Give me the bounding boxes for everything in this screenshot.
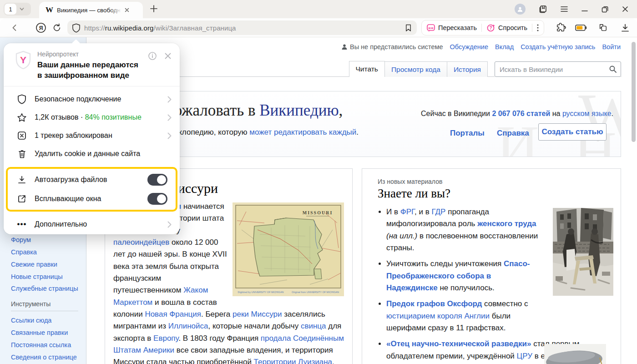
- popup-brand: Нейропротект: [37, 51, 79, 58]
- retell-quote-icon: ««: [426, 23, 435, 32]
- ai-more-icon[interactable]: [532, 20, 543, 35]
- wiki-link[interactable]: ГДР: [432, 207, 446, 216]
- close-popup-icon[interactable]: [163, 51, 172, 61]
- text-segment: ,: [339, 101, 343, 119]
- new-tab-button[interactable]: [149, 4, 158, 13]
- wiki-link[interactable]: Предок графов Оксфорд: [386, 299, 482, 308]
- dyk-photo-airship[interactable]: [544, 344, 606, 364]
- personal-link[interactable]: Вклад: [495, 43, 514, 51]
- tab-close-icon[interactable]: [124, 7, 130, 13]
- tab-view-source[interactable]: Просмотр кода: [384, 61, 447, 77]
- scrollbar-thumb[interactable]: [632, 42, 636, 142]
- wiki-link[interactable]: Новая Франция: [145, 310, 201, 318]
- tab-read[interactable]: Читать: [349, 61, 385, 77]
- missouri-map-image[interactable]: MISSOURI Digitized by UNIVERSITY OF MICH…: [233, 202, 344, 296]
- sidebar-link[interactable]: Справка: [11, 248, 78, 257]
- sidebar-tool-link[interactable]: Постоянная ссылка: [11, 341, 78, 349]
- secure-connection-row[interactable]: Безопасное подключение: [4, 90, 180, 108]
- collections-icon[interactable]: [598, 23, 608, 32]
- sidebar-link[interactable]: Служебные страницы: [11, 284, 78, 293]
- tab-history[interactable]: История: [447, 61, 488, 77]
- info-icon[interactable]: [148, 51, 157, 61]
- wiki-link[interactable]: русском языке: [562, 110, 612, 117]
- battery-icon[interactable]: [575, 24, 587, 31]
- text-segment: на: [550, 110, 562, 117]
- text-segment: совместно с: [482, 299, 528, 308]
- reviews-row[interactable]: 1,2К отзывов · 84% позитивные: [4, 108, 180, 126]
- tab-title: Википедия — свободн: [57, 7, 121, 14]
- back-icon[interactable]: [10, 23, 19, 32]
- wiki-link[interactable]: женского труда: [477, 219, 536, 228]
- wiki-link[interactable]: 2 067 076 статей: [492, 110, 550, 117]
- url-text: https://ru.wikipedia.org/wiki/Заглавная_…: [84, 24, 404, 32]
- minimize-icon[interactable]: [581, 5, 588, 13]
- profile-avatar[interactable]: [515, 4, 526, 15]
- search-icon[interactable]: [609, 65, 617, 73]
- create-article-button[interactable]: Создать статью: [538, 123, 607, 141]
- text-segment: .: [612, 110, 613, 117]
- text-segment: 1,2К отзывов ·: [35, 113, 85, 121]
- dyk-item: И в ФРГ, и в ГДР пропаганда мифологизиро…: [386, 206, 540, 254]
- sidebar-tool-link[interactable]: Ссылки сюда: [11, 316, 78, 325]
- wiki-link[interactable]: может редактировать каждый: [249, 128, 356, 136]
- sidebar-tool-link[interactable]: Связанные правки: [11, 329, 78, 337]
- wiki-link[interactable]: Европу: [153, 334, 178, 343]
- tab-counter[interactable]: 1: [4, 3, 31, 15]
- text-segment: 84% позитивные: [85, 113, 142, 121]
- popups-toggle[interactable]: [147, 193, 167, 205]
- wiki-link[interactable]: ЦРУ: [517, 352, 532, 360]
- svg-text:Y: Y: [20, 55, 26, 65]
- protect-shield-icon[interactable]: [72, 23, 81, 33]
- dyk-box: Из новых материалов Знаете ли вы?: [362, 168, 621, 364]
- ask-button[interactable]: ? Спросить: [482, 20, 532, 35]
- extensions-icon[interactable]: [556, 23, 566, 33]
- chevron-right-icon: [167, 114, 172, 121]
- wiki-link[interactable]: палеоиндейцев: [113, 238, 169, 247]
- address-bar[interactable]: https://ru.wikipedia.org/wiki/Заглавная_…: [67, 20, 417, 35]
- tab-count-badge[interactable]: 1: [5, 4, 16, 15]
- popups-row[interactable]: Всплывающие окна: [8, 189, 176, 208]
- wiki-link[interactable]: Территории Луизиана: [254, 358, 332, 364]
- menu-icon[interactable]: [560, 5, 568, 13]
- retell-button[interactable]: «« Пересказать: [422, 20, 481, 35]
- wiki-link[interactable]: «Отец научно-технической разведки»: [386, 339, 531, 348]
- personal-link[interactable]: Создать учётную запись: [521, 43, 595, 51]
- article-count-line: Сейчас в Википедии 2 067 076 статей на р…: [421, 110, 613, 118]
- wiki-link[interactable]: Иллинойса: [168, 322, 208, 330]
- sidebar-link[interactable]: Форум: [11, 236, 78, 244]
- bookmarks-panel-icon[interactable]: [538, 5, 547, 14]
- browser-tab[interactable]: W Википедия — свободн: [39, 2, 143, 18]
- chevron-down-icon[interactable]: [19, 6, 25, 12]
- chevron-right-icon: [167, 132, 172, 139]
- sidebar-link[interactable]: Новые страницы: [11, 273, 78, 281]
- wiki-link[interactable]: реки Миссури: [233, 310, 282, 318]
- personal-link[interactable]: Обсуждение: [450, 43, 488, 51]
- search-input[interactable]: [495, 61, 621, 77]
- sidebar-link[interactable]: Свежие правки: [11, 260, 78, 269]
- auto-download-row[interactable]: Автозагрузка файлов: [8, 170, 176, 189]
- delete-cookies-row[interactable]: Удалить cookie и данные сайта: [4, 145, 180, 163]
- personal-link[interactable]: Войти: [602, 43, 621, 51]
- download-icon: [16, 175, 27, 184]
- bookmark-icon[interactable]: [404, 24, 412, 32]
- sidebar-tool-link[interactable]: Сведения о странице: [11, 353, 78, 362]
- wiki-link[interactable]: ФРГ: [400, 207, 415, 216]
- downloads-icon[interactable]: [621, 23, 630, 32]
- browser-topbar: 1 W Википедия — свободн: [0, 0, 637, 18]
- more-row[interactable]: ••• Дополнительно: [4, 214, 180, 234]
- user-icon: [341, 44, 348, 50]
- text-segment: (на илл.): [386, 232, 417, 240]
- auto-download-toggle[interactable]: [147, 174, 167, 186]
- close-window-icon[interactable]: [622, 5, 629, 13]
- svg-text:Я: Я: [39, 25, 43, 31]
- help-link[interactable]: Справка: [497, 129, 529, 138]
- reload-icon[interactable]: [52, 23, 62, 33]
- wiki-link[interactable]: юстициарием короля Англии: [386, 312, 490, 320]
- portals-link[interactable]: Порталы: [450, 129, 485, 138]
- wiki-search[interactable]: [495, 61, 621, 77]
- yandex-icon[interactable]: Я: [35, 22, 46, 33]
- tracker-row[interactable]: 1 трекер заблокирован: [4, 126, 180, 145]
- restore-window-icon[interactable]: [601, 5, 609, 13]
- dyk-photo-women-rubble[interactable]: [553, 208, 613, 296]
- wiki-link[interactable]: свинца: [301, 322, 326, 330]
